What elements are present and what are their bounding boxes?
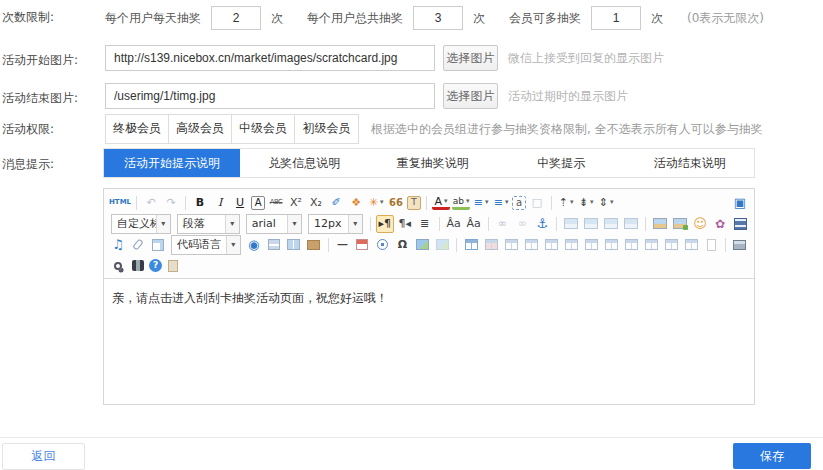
- print-icon[interactable]: [731, 236, 749, 254]
- font-family-select[interactable]: arial▾: [246, 214, 302, 234]
- bg-color-icon[interactable]: ab▾: [452, 195, 470, 210]
- page-break-icon[interactable]: [265, 236, 283, 254]
- strikethrough-icon[interactable]: ABC: [267, 194, 285, 212]
- bold-icon[interactable]: B: [191, 194, 209, 212]
- font-color-icon[interactable]: A▾: [432, 195, 450, 210]
- insert-image-icon[interactable]: [651, 215, 669, 233]
- attachment-icon[interactable]: [129, 236, 147, 254]
- permission-option[interactable]: 终极会员: [106, 115, 169, 143]
- ltr-paragraph-icon[interactable]: ▸¶: [376, 215, 394, 233]
- paste-plain-icon[interactable]: T: [407, 196, 421, 210]
- table-title-icon[interactable]: [522, 236, 540, 254]
- rtl-paragraph-icon[interactable]: ¶◂: [396, 215, 414, 233]
- uppercase-icon[interactable]: Âa: [445, 215, 463, 233]
- multi-image-icon[interactable]: [671, 215, 689, 233]
- permission-option[interactable]: 中级会员: [232, 115, 295, 143]
- select-all-icon[interactable]: a: [512, 196, 526, 210]
- toolbar-separator: [551, 196, 552, 210]
- date-icon[interactable]: [353, 236, 371, 254]
- custom-title-select[interactable]: 自定义标题▾: [111, 214, 171, 234]
- insert-row-icon[interactable]: [542, 236, 560, 254]
- image-inline-icon[interactable]: [582, 215, 600, 233]
- image-center-icon[interactable]: [622, 215, 640, 233]
- message-tab[interactable]: 活动结束说明: [626, 149, 755, 177]
- insert-column-icon[interactable]: [285, 236, 303, 254]
- special-char-icon[interactable]: Ω: [393, 236, 411, 254]
- music-icon[interactable]: ♫: [109, 236, 127, 254]
- video-icon[interactable]: [731, 215, 749, 233]
- find-replace-icon[interactable]: [129, 257, 147, 275]
- remove-format-icon[interactable]: ✐: [327, 194, 345, 212]
- table-caption-icon[interactable]: [502, 236, 520, 254]
- start-image-pick-button[interactable]: 选择图片: [443, 45, 498, 71]
- italic-icon[interactable]: I: [211, 194, 229, 212]
- line-height-icon[interactable]: ⇕▾: [597, 194, 615, 212]
- preview-icon[interactable]: [109, 257, 127, 275]
- blockquote-icon[interactable]: 66: [387, 194, 405, 212]
- link-icon[interactable]: ∞: [493, 215, 511, 233]
- toolbar-separator: [556, 217, 557, 231]
- insert-table-icon[interactable]: [462, 236, 480, 254]
- clear-doc-icon[interactable]: □: [528, 194, 546, 212]
- message-tab[interactable]: 重复抽奖说明: [369, 149, 498, 177]
- ordered-list-icon[interactable]: ≡▾: [472, 194, 490, 212]
- gmap-icon[interactable]: [433, 236, 451, 254]
- insert-code-icon[interactable]: ◉: [245, 236, 263, 254]
- paragraph-indent-icon[interactable]: ≣: [416, 215, 434, 233]
- save-button[interactable]: 保存: [733, 443, 811, 469]
- row-spacing-bottom-icon[interactable]: ⇟▾: [577, 194, 595, 212]
- merge-down-icon[interactable]: [642, 236, 660, 254]
- paragraph-select[interactable]: 段落▾: [177, 214, 240, 234]
- subscript-icon[interactable]: X₂: [307, 194, 325, 212]
- daily-count-input[interactable]: [211, 6, 261, 30]
- format-brush-icon[interactable]: ❖: [347, 194, 365, 212]
- help-icon[interactable]: ?: [149, 259, 162, 272]
- underline-icon[interactable]: U: [231, 194, 249, 212]
- permission-group: 终极会员高级会员中级会员初级会员: [105, 114, 359, 144]
- superscript-icon[interactable]: X²: [287, 194, 305, 212]
- editor-content[interactable]: 亲，请点击进入刮刮卡抽奖活动页面，祝您好运哦！: [104, 279, 754, 406]
- scrawl-icon[interactable]: ✿: [711, 215, 729, 233]
- anchor-icon[interactable]: ⚓: [533, 215, 551, 233]
- message-tab[interactable]: 中奖提示: [497, 149, 626, 177]
- redo-icon[interactable]: ↷: [162, 194, 180, 212]
- map-icon[interactable]: [413, 236, 431, 254]
- paste-icon[interactable]: [164, 257, 182, 275]
- delete-table-icon[interactable]: [482, 236, 500, 254]
- unlink-icon[interactable]: ∞: [513, 215, 531, 233]
- row-spacing-top-icon[interactable]: ⇡▾: [557, 194, 575, 212]
- end-image-input[interactable]: [105, 83, 435, 109]
- lowercase-icon[interactable]: Âa: [465, 215, 483, 233]
- insert-page-icon[interactable]: [149, 236, 167, 254]
- code-language-select[interactable]: 代码语言▾: [171, 235, 241, 255]
- fullscreen-icon[interactable]: ▣: [731, 194, 749, 212]
- auto-typeset-icon[interactable]: ✳▾: [367, 194, 385, 212]
- split-col-icon[interactable]: [682, 236, 700, 254]
- font-size-select[interactable]: 12px▾: [308, 214, 363, 234]
- image-float-left-icon[interactable]: [562, 215, 580, 233]
- member-extra-input[interactable]: [591, 6, 641, 30]
- image-float-right-icon[interactable]: [602, 215, 620, 233]
- merge-cells-icon[interactable]: [602, 236, 620, 254]
- end-image-pick-button[interactable]: 选择图片: [443, 83, 498, 109]
- insert-col-icon[interactable]: [562, 236, 580, 254]
- delete-row-icon[interactable]: [582, 236, 600, 254]
- permission-option[interactable]: 高级会员: [169, 115, 232, 143]
- emoticon-icon[interactable]: ☺: [691, 215, 709, 233]
- unordered-list-icon[interactable]: ≡▾: [492, 194, 510, 212]
- message-tab[interactable]: 兑奖信息说明: [240, 149, 369, 177]
- total-count-input[interactable]: [413, 6, 463, 30]
- merge-right-icon[interactable]: [622, 236, 640, 254]
- message-tab-active[interactable]: 活动开始提示说明: [104, 149, 240, 177]
- time-icon[interactable]: [373, 236, 391, 254]
- snapshot-icon[interactable]: [305, 236, 323, 254]
- back-button[interactable]: 返回: [2, 443, 85, 470]
- split-row-icon[interactable]: [662, 236, 680, 254]
- start-image-input[interactable]: [105, 45, 435, 71]
- doc-page-icon[interactable]: [702, 236, 720, 254]
- undo-icon[interactable]: ↶: [142, 194, 160, 212]
- horizontal-rule-icon[interactable]: —: [333, 236, 351, 254]
- font-border-icon[interactable]: A: [251, 196, 265, 210]
- permission-option[interactable]: 初级会员: [295, 115, 358, 143]
- html-source-icon[interactable]: HTML: [109, 194, 131, 212]
